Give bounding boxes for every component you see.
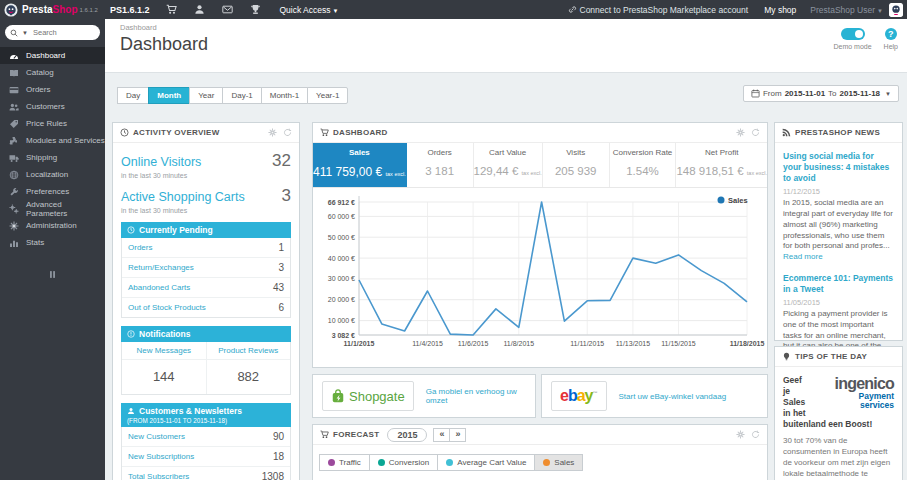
search-input[interactable] [33, 28, 95, 37]
svg-text:60 000 €: 60 000 € [328, 213, 355, 220]
user-avatar[interactable] [889, 3, 903, 17]
range-button[interactable]: Year-1 [307, 87, 348, 104]
range-button[interactable]: Month-1 [261, 87, 308, 104]
chevron-down-icon[interactable]: ▼ [22, 30, 28, 36]
big-stat-value: 32 [272, 151, 291, 171]
topbar-shortcut-icon[interactable] [166, 4, 177, 15]
stat-row[interactable]: Orders1 [122, 238, 290, 258]
gear-icon[interactable] [736, 430, 745, 439]
news-title-link[interactable]: Using social media for your business: 4 … [783, 151, 894, 184]
date-range-picker[interactable]: From2015-11-01 To2015-11-18 ▼ [743, 85, 899, 102]
kpi-tile[interactable]: Conversion Rate 1.54% [610, 143, 677, 187]
stat-row[interactable]: Return/Exchanges3 [122, 258, 290, 278]
marketplace-link[interactable]: Connect to PrestaShop Marketplace accoun… [568, 5, 749, 15]
topbar-shortcut-icon[interactable] [222, 4, 233, 15]
gear-icon[interactable] [268, 128, 277, 137]
kpi-row: Sales 411 759,00 € tax excl. Orders 3 18… [313, 143, 767, 188]
series-color-dot [543, 459, 550, 466]
next-year-button[interactable]: » [449, 428, 466, 442]
sidebar-item[interactable]: Orders [0, 81, 105, 98]
notification-cell[interactable]: Product Reviews 882 [206, 342, 291, 394]
wrench-icon [9, 187, 19, 197]
svg-text:11/15/2015: 11/15/2015 [661, 340, 696, 347]
big-stat-link[interactable]: Active Shopping Carts [121, 190, 245, 204]
clock-icon [120, 128, 129, 137]
sidebar-item-label: Advanced Parameters [26, 200, 105, 218]
sidebar-item[interactable]: Advanced Parameters [0, 200, 105, 217]
help-icon[interactable]: ? [885, 28, 897, 40]
sidebar-item[interactable]: Localization [0, 166, 105, 183]
sidebar-item-label: Preferences [26, 187, 69, 196]
sidebar-item-label: Modules and Services [26, 136, 105, 145]
pending-section-header: Currently Pending [121, 222, 291, 238]
kpi-tile[interactable]: Cart Value 129,44 € tax excl. [474, 143, 543, 187]
sidebar-search[interactable]: ▼ [5, 25, 100, 40]
kpi-tile[interactable]: Visits 205 939 [543, 143, 610, 187]
book-icon [9, 68, 19, 78]
breadcrumb[interactable]: Dashboard [105, 19, 907, 32]
refresh-icon[interactable] [751, 430, 760, 439]
sales-line-chart[interactable]: 11/1/201511/4/201511/6/201511/8/201511/1… [313, 190, 767, 366]
demo-mode-toggle[interactable] [841, 28, 865, 40]
topbar-shortcut-icon[interactable] [194, 4, 205, 15]
sidebar-item[interactable]: Dashboard [0, 47, 105, 64]
ebay-banner[interactable]: ebay™ Start uw eBay-winkel vandaag [541, 374, 768, 418]
forecast-tab[interactable]: Traffic [319, 454, 370, 471]
forecast-tab[interactable]: Conversion [369, 454, 438, 471]
ebay-link[interactable]: Start uw eBay-winkel vandaag [619, 392, 727, 401]
page-header: Dashboard Dashboard Demo mode ? Help [105, 19, 907, 73]
refresh-icon[interactable] [283, 128, 292, 137]
svg-text:66 912 €: 66 912 € [328, 199, 355, 206]
range-button[interactable]: Day-1 [222, 87, 261, 104]
stat-row[interactable]: Abandoned Carts43 [122, 278, 290, 298]
previous-year-button[interactable]: « [433, 428, 450, 442]
svg-text:11/11/2015: 11/11/2015 [570, 340, 604, 347]
chart-icon [9, 238, 19, 248]
news-title-link[interactable]: Ecommerce 101: Payments in a Tweet [783, 273, 894, 295]
gear-icon[interactable] [736, 128, 745, 137]
chevron-down-icon: ▼ [877, 8, 883, 14]
help-control[interactable]: ? Help [884, 28, 898, 50]
sidebar-item-label: Administration [26, 221, 77, 230]
sidebar-item[interactable]: Shipping [0, 149, 105, 166]
shopgate-logo: Shopgate [322, 381, 414, 411]
cart-icon [320, 128, 329, 137]
shopgate-banner[interactable]: Shopgate Ga mobiel en verhoog uw omzet [312, 374, 536, 418]
sidebar-item[interactable]: Administration [0, 217, 105, 234]
sidebar-item[interactable]: Customers [0, 98, 105, 115]
refresh-icon[interactable] [751, 128, 760, 137]
topbar-shortcut-icon[interactable] [250, 4, 261, 15]
kpi-tile[interactable]: Orders 3 181 [407, 143, 474, 187]
demo-mode-control[interactable]: Demo mode [833, 28, 871, 50]
big-stat-link[interactable]: Online Visitors [121, 155, 201, 169]
sidebar-item[interactable]: Catalog [0, 64, 105, 81]
range-button[interactable]: Month [148, 87, 190, 104]
sidebar-item[interactable]: Modules and Services [0, 132, 105, 149]
my-shop-link[interactable]: My shop [764, 5, 796, 15]
sidebar-collapse-button[interactable] [0, 265, 105, 283]
range-button[interactable]: Year [189, 87, 223, 104]
stat-row[interactable]: Total Subscribers1308 [122, 467, 290, 480]
sidebar-item[interactable]: Preferences [0, 183, 105, 200]
kpi-tile[interactable]: Sales 411 759,00 € tax excl. [313, 143, 407, 187]
sidebar-item[interactable]: Stats [0, 234, 105, 251]
svg-text:3 082 €: 3 082 € [332, 332, 355, 339]
user-menu[interactable]: PrestaShop User▼ [810, 5, 883, 15]
svg-text:11/4/2015: 11/4/2015 [412, 340, 443, 347]
forecast-tab[interactable]: Sales [534, 454, 583, 471]
news-list: Using social media for your business: 4 … [775, 143, 902, 376]
forecast-tab[interactable]: Average Cart Value [437, 454, 535, 471]
stat-row[interactable]: Out of Stock Products6 [122, 298, 290, 317]
kpi-tile[interactable]: Net Profit 148 918,51 € tax excl. [676, 143, 767, 187]
range-button[interactable]: Day [117, 87, 149, 104]
read-more-link[interactable]: Read more [783, 252, 823, 261]
quick-access-menu[interactable]: Quick Access▼ [279, 5, 338, 15]
panel-title: ACTIVITY OVERVIEW [133, 128, 220, 137]
notification-cell[interactable]: New Messages 144 [122, 342, 206, 394]
shopgate-link[interactable]: Ga mobiel en verhoog uw omzet [426, 387, 526, 405]
stat-row[interactable]: New Subscriptions18 [122, 447, 290, 467]
date-range-buttons: DayMonthYearDay-1Month-1Year-1 [118, 87, 348, 104]
sidebar-item[interactable]: Price Rules [0, 115, 105, 132]
forecast-year[interactable]: 2015 [387, 428, 427, 442]
stat-row[interactable]: New Customers90 [122, 427, 290, 447]
